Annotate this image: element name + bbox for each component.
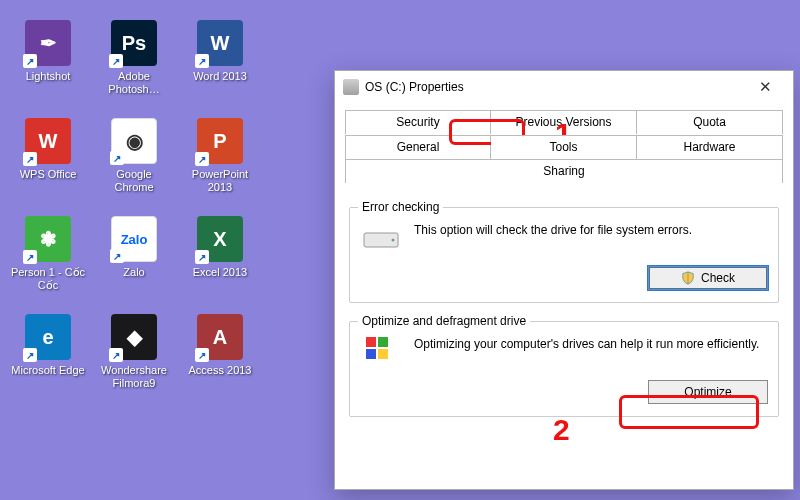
- shortcut-arrow-icon: ↗: [23, 250, 37, 264]
- check-button[interactable]: Check: [648, 266, 768, 290]
- svg-rect-2: [366, 337, 376, 347]
- window-title: OS (C:) Properties: [365, 80, 464, 94]
- shield-icon: [681, 271, 695, 285]
- tab-tools[interactable]: Tools: [491, 135, 637, 159]
- tab-general[interactable]: General: [345, 135, 491, 159]
- close-icon[interactable]: ✕: [745, 78, 785, 96]
- shortcut-arrow-icon: ↗: [23, 54, 37, 68]
- drive-check-icon: [360, 222, 404, 256]
- error-check-text: This option will check the drive for fil…: [414, 222, 768, 256]
- shortcut-arrow-icon: ↗: [195, 152, 209, 166]
- desktop-icon-photoshop[interactable]: Ps↗Adobe Photosh…: [94, 16, 174, 112]
- tab-security[interactable]: Security: [345, 110, 491, 134]
- desktop-icon-label: PowerPoint 2013: [182, 168, 258, 194]
- word-icon: W↗: [197, 20, 243, 66]
- desktop-icon-label: Excel 2013: [193, 266, 247, 279]
- svg-rect-3: [378, 337, 388, 347]
- photoshop-icon: Ps↗: [111, 20, 157, 66]
- coccoc-icon: ❃↗: [25, 216, 71, 262]
- optimize-text: Optimizing your computer's drives can he…: [414, 336, 768, 370]
- defrag-icon: [360, 336, 404, 370]
- svg-rect-4: [366, 349, 376, 359]
- shortcut-arrow-icon: ↗: [110, 249, 124, 263]
- desktop-icon-label: WPS Office: [20, 168, 77, 181]
- shortcut-arrow-icon: ↗: [109, 54, 123, 68]
- filmora-icon: ◆↗: [111, 314, 157, 360]
- desktop-icon-label: Adobe Photosh…: [96, 70, 172, 96]
- desktop-icon-edge[interactable]: e↗Microsoft Edge: [8, 310, 88, 406]
- desktop-icon-label: Word 2013: [193, 70, 247, 83]
- desktop-icon-label: Access 2013: [189, 364, 252, 377]
- excel-icon: X↗: [197, 216, 243, 262]
- group-legend: Error checking: [358, 200, 443, 214]
- desktop-icon-word[interactable]: W↗Word 2013: [180, 16, 260, 112]
- optimize-group: Optimize and defragment drive Optimizing…: [349, 321, 779, 417]
- desktop-icon-excel[interactable]: X↗Excel 2013: [180, 212, 260, 308]
- desktop-icon-wps[interactable]: W↗WPS Office: [8, 114, 88, 210]
- desktop-icon-chrome[interactable]: ◉↗Google Chrome: [94, 114, 174, 210]
- desktop-icon-label: Microsoft Edge: [11, 364, 84, 377]
- desktop-icon-lightshot[interactable]: ✒↗Lightshot: [8, 16, 88, 112]
- tab-sharing[interactable]: Sharing: [345, 159, 783, 183]
- shortcut-arrow-icon: ↗: [109, 348, 123, 362]
- desktop-icon-label: Wondershare Filmora9: [96, 364, 172, 390]
- desktop-icon-filmora[interactable]: ◆↗Wondershare Filmora9: [94, 310, 174, 406]
- desktop-icon-zalo[interactable]: Zalo↗Zalo: [94, 212, 174, 308]
- desktop-icon-label: Lightshot: [26, 70, 71, 83]
- desktop-icon-label: Google Chrome: [96, 168, 172, 194]
- desktop-icon-label: Person 1 - Cốc Cốc: [10, 266, 86, 292]
- svg-rect-5: [378, 349, 388, 359]
- edge-icon: e↗: [25, 314, 71, 360]
- group-legend: Optimize and defragment drive: [358, 314, 530, 328]
- desktop-icon-powerpoint[interactable]: P↗PowerPoint 2013: [180, 114, 260, 210]
- optimize-button[interactable]: Optimize: [648, 380, 768, 404]
- desktop-icon-coccoc[interactable]: ❃↗Person 1 - Cốc Cốc: [8, 212, 88, 308]
- chrome-icon: ◉↗: [111, 118, 157, 164]
- shortcut-arrow-icon: ↗: [195, 54, 209, 68]
- shortcut-arrow-icon: ↗: [195, 250, 209, 264]
- desktop-icon-label: Zalo: [123, 266, 144, 279]
- desktop-icon-access[interactable]: A↗Access 2013: [180, 310, 260, 406]
- shortcut-arrow-icon: ↗: [23, 152, 37, 166]
- access-icon: A↗: [197, 314, 243, 360]
- optimize-button-label: Optimize: [684, 385, 731, 399]
- zalo-icon: Zalo↗: [111, 216, 157, 262]
- powerpoint-icon: P↗: [197, 118, 243, 164]
- check-button-label: Check: [701, 271, 735, 285]
- shortcut-arrow-icon: ↗: [110, 151, 124, 165]
- tab-hardware[interactable]: Hardware: [637, 135, 783, 159]
- wps-icon: W↗: [25, 118, 71, 164]
- titlebar[interactable]: OS (C:) Properties ✕: [335, 71, 793, 103]
- lightshot-icon: ✒↗: [25, 20, 71, 66]
- drive-icon: [343, 79, 359, 95]
- tab-previous-versions[interactable]: Previous Versions: [491, 110, 637, 134]
- properties-window: OS (C:) Properties ✕ SecurityPrevious Ve…: [334, 70, 794, 490]
- shortcut-arrow-icon: ↗: [23, 348, 37, 362]
- shortcut-arrow-icon: ↗: [195, 348, 209, 362]
- error-checking-group: Error checking This option will check th…: [349, 207, 779, 303]
- tab-quota[interactable]: Quota: [637, 110, 783, 134]
- svg-point-1: [392, 239, 395, 242]
